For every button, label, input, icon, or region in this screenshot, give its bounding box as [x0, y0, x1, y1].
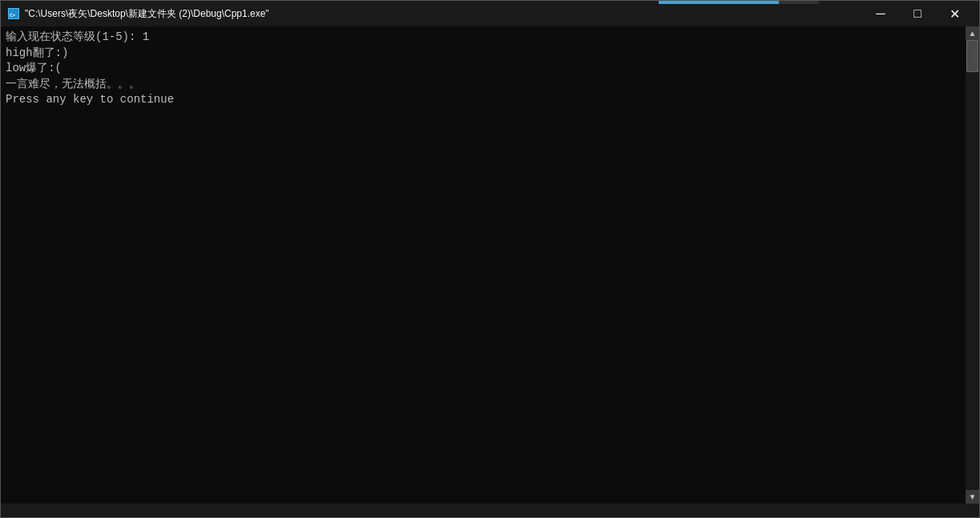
- status-text: [4, 504, 233, 516]
- status-bar: [1, 504, 979, 517]
- cmd-icon: [7, 7, 20, 20]
- scroll-down-arrow[interactable]: ▼: [966, 490, 979, 504]
- console-window: "C:\Users\夜矢\Desktop\新建文件夹 (2)\Debug\Cpp…: [0, 0, 980, 518]
- window-controls: ─ □ ✕: [862, 1, 973, 26]
- minimize-button[interactable]: ─: [862, 1, 899, 26]
- vertical-scrollbar[interactable]: ▲ ▼: [966, 26, 979, 504]
- title-bar-left: "C:\Users\夜矢\Desktop\新建文件夹 (2)\Debug\Cpp…: [7, 7, 269, 21]
- progress-fill: [659, 1, 779, 4]
- console-body: 输入现在状态等级(1-5): 1 high翻了:) low爆了:( 一言难尽，无…: [1, 26, 979, 504]
- console-output: 输入现在状态等级(1-5): 1 high翻了:) low爆了:( 一言难尽，无…: [6, 30, 961, 108]
- title-bar-progress-bar: [659, 1, 819, 4]
- scroll-up-arrow[interactable]: ▲: [966, 26, 979, 40]
- output-line3: low爆了:(: [6, 62, 62, 74]
- console-content[interactable]: 输入现在状态等级(1-5): 1 high翻了:) low爆了:( 一言难尽，无…: [1, 26, 966, 504]
- scroll-thumb[interactable]: [966, 40, 978, 72]
- output-line1: 输入现在状态等级(1-5): 1: [6, 30, 149, 43]
- output-line5: Press any key to continue: [6, 93, 174, 106]
- output-line2: high翻了:): [6, 46, 68, 59]
- title-bar: "C:\Users\夜矢\Desktop\新建文件夹 (2)\Debug\Cpp…: [1, 1, 979, 26]
- close-button[interactable]: ✕: [936, 1, 973, 26]
- output-line4: 一言难尽，无法概括。。。: [6, 78, 140, 90]
- window-title: "C:\Users\夜矢\Desktop\新建文件夹 (2)\Debug\Cpp…: [25, 7, 269, 21]
- scroll-track[interactable]: [966, 40, 979, 490]
- maximize-button[interactable]: □: [899, 1, 936, 26]
